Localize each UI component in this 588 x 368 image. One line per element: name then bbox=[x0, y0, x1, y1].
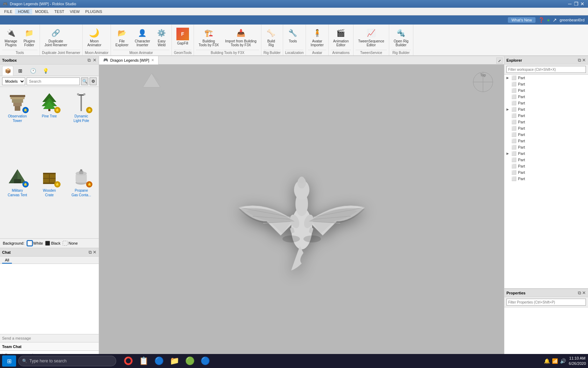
menu-test[interactable]: TEST bbox=[51, 9, 67, 14]
network-icon[interactable]: 📶 bbox=[552, 358, 558, 364]
open-rig-builder-button[interactable]: 🔩 Open RigBuilder bbox=[391, 26, 411, 49]
notification-icon[interactable]: 🔔 bbox=[544, 358, 550, 364]
build-rig-button[interactable]: 🦴 BuildRig bbox=[264, 26, 279, 49]
explorer-item-part-6[interactable]: ▶ ⬜ Part bbox=[504, 106, 588, 113]
item-light-pole[interactable]: ⭐ DynamicLight Pole bbox=[66, 89, 97, 162]
explorer-item-part-12[interactable]: ⬜ Part bbox=[504, 144, 588, 150]
taskbar-clock[interactable]: 11:10 AM 6/26/2020 bbox=[569, 356, 586, 367]
part-label: Part bbox=[518, 101, 525, 105]
file-explorer-button[interactable]: 📂 FileExplorer bbox=[113, 26, 131, 49]
plugins-folder-button[interactable]: 📁 PluginsFolder bbox=[21, 26, 37, 49]
explorer-item-part-2[interactable]: ⬜ Part bbox=[504, 81, 588, 87]
tab-recent[interactable]: 🕐 bbox=[27, 66, 38, 76]
taskbar-search[interactable]: 🔍 Type here to search bbox=[18, 356, 116, 366]
toolbox-expand-button[interactable]: ⧉ bbox=[88, 57, 91, 63]
minimize-button[interactable]: ─ bbox=[567, 1, 573, 7]
explorer-expand-button[interactable]: ⧉ bbox=[578, 57, 581, 63]
chat-expand-button[interactable]: ⧉ bbox=[89, 250, 92, 255]
bg-label: Background: bbox=[3, 241, 24, 245]
part-icon: ⬜ bbox=[511, 145, 517, 150]
models-dropdown[interactable]: Models bbox=[2, 77, 25, 85]
bg-white-option[interactable]: White bbox=[27, 241, 43, 246]
tween-editor-button[interactable]: 📈 TweenSequenceEditor bbox=[356, 26, 387, 49]
explorer-item-part-9[interactable]: ⬜ Part bbox=[504, 125, 588, 131]
explorer-item-part-10[interactable]: ⬜ Part bbox=[504, 131, 588, 138]
explorer-item-part-14[interactable]: ⬜ Part bbox=[504, 157, 588, 163]
menu-plugins[interactable]: PLUGINS bbox=[83, 9, 105, 14]
explorer-item-part-17[interactable]: ⬜ Part bbox=[504, 176, 588, 182]
import-building-button[interactable]: 📥 Import from BuildingTools by F3X bbox=[223, 26, 259, 49]
share-icon[interactable]: ↗ bbox=[553, 17, 557, 23]
explorer-item-part-8[interactable]: ⬜ Part bbox=[504, 119, 588, 125]
viewport-tab-close[interactable]: ✕ bbox=[151, 58, 154, 62]
tab-inventory[interactable]: 📦 bbox=[2, 66, 13, 76]
gapfill-button[interactable]: F GapFill bbox=[174, 26, 191, 47]
tab-favorites[interactable]: 💡 bbox=[40, 66, 51, 76]
ribbon-section-title-local: Localization bbox=[285, 50, 304, 55]
taskbar-app-roblox[interactable]: 🔵 bbox=[198, 354, 212, 368]
moon-animator-button[interactable]: 🌙 MoonAnimator bbox=[85, 26, 104, 49]
taskbar-app-taskview[interactable]: 📋 bbox=[136, 354, 150, 368]
chat-tab-all[interactable]: All bbox=[2, 257, 12, 264]
explorer-item-part-5[interactable]: ⬜ Part bbox=[504, 100, 588, 106]
part-icon: ⬜ bbox=[511, 157, 517, 162]
explorer-item-part-1[interactable]: ▶ ⬜ Part bbox=[504, 75, 588, 81]
time-display: 11:10 AM bbox=[569, 356, 586, 361]
volume-icon[interactable]: 🔊 bbox=[560, 358, 566, 364]
filter-button[interactable]: ⚙ bbox=[90, 77, 97, 85]
explorer-item-part-15[interactable]: ⬜ Part bbox=[504, 163, 588, 169]
tab-marketplace[interactable]: ⊞ bbox=[15, 66, 26, 76]
start-button[interactable]: ⊞ bbox=[2, 355, 16, 367]
toolbox-close-button[interactable]: ✕ bbox=[93, 57, 97, 63]
properties-filter-input[interactable] bbox=[506, 299, 586, 306]
whats-new-button[interactable]: What's New bbox=[508, 17, 535, 23]
explorer-close-button[interactable]: ✕ bbox=[582, 57, 586, 63]
animation-editor-button[interactable]: 🎬 AnimationEditor bbox=[331, 26, 351, 49]
menu-model[interactable]: MODEL bbox=[32, 9, 51, 14]
item-propane-gas[interactable]: ⭐ PropaneGas Conta... bbox=[66, 163, 97, 236]
viewport-tab-dragon[interactable]: 🎮 Dragon Legends [WIP] ✕ bbox=[99, 56, 159, 64]
collapse-viewport-button[interactable]: ⤢ bbox=[496, 57, 503, 64]
duplicate-joint-button[interactable]: 🔗 DuplicateJoint Renamer bbox=[42, 26, 70, 49]
item-observation-tower[interactable]: ⭐ ObservationTower bbox=[2, 89, 33, 162]
explorer-item-part-16[interactable]: ⬜ Part bbox=[504, 169, 588, 176]
file-explorer-icon: 📂 bbox=[117, 28, 127, 38]
explorer-filter-input[interactable] bbox=[506, 66, 586, 73]
manage-plugins-button[interactable]: 🔌 ManagePlugins bbox=[2, 26, 20, 49]
restore-button[interactable]: ❐ bbox=[573, 1, 579, 7]
explorer-item-part-4[interactable]: ⬜ Part bbox=[504, 94, 588, 100]
explorer-item-part-7[interactable]: ⬜ Part bbox=[504, 113, 588, 119]
item-canvas-tent[interactable]: ⭐ MilitaryCanvas Tent bbox=[2, 163, 33, 236]
title-bar-right[interactable]: ─ ❐ ✕ bbox=[567, 1, 585, 7]
bg-black-option[interactable]: Black bbox=[45, 241, 61, 246]
properties-close-button[interactable]: ✕ bbox=[582, 290, 586, 295]
character-inserter-button[interactable]: 👤 CharacterInserter bbox=[132, 26, 153, 49]
explorer-item-part-11[interactable]: ⬜ Part bbox=[504, 138, 588, 144]
easy-weld-button[interactable]: ⚙️ EasyWeld bbox=[154, 26, 169, 49]
explorer-item-part-13[interactable]: ▶ ⬜ Part bbox=[504, 150, 588, 157]
explorer-item-part-3[interactable]: ⬜ Part bbox=[504, 87, 588, 94]
taskbar-app-windows-explorer[interactable]: 📁 bbox=[167, 354, 181, 368]
taskbar-app-cortana[interactable]: ⭕ bbox=[121, 354, 135, 368]
menu-file[interactable]: FILE bbox=[1, 9, 15, 14]
item-wooden-crate[interactable]: ⭐ WoodenCrate bbox=[34, 163, 64, 236]
properties-expand-button[interactable]: ⧉ bbox=[578, 290, 581, 296]
svg-rect-9 bbox=[80, 95, 82, 111]
help-icon[interactable]: ❓ bbox=[538, 17, 544, 23]
search-input[interactable] bbox=[27, 77, 80, 85]
chat-input[interactable] bbox=[2, 336, 97, 340]
tools-button[interactable]: 🔧 Tools bbox=[285, 26, 301, 45]
building-tools-button[interactable]: 🏗️ BuildingTools by F3X bbox=[196, 26, 221, 49]
avatar-importer-button[interactable]: 🧍 AvatarImporter bbox=[308, 26, 326, 49]
taskbar-app-edge[interactable]: 🔵 bbox=[152, 354, 166, 368]
item-pine-tree[interactable]: ⭐ Pine Tree bbox=[34, 89, 64, 162]
menu-view[interactable]: VIEW bbox=[67, 9, 82, 14]
chat-close-button[interactable]: ✕ bbox=[93, 250, 97, 255]
menu-home[interactable]: HOME bbox=[15, 9, 32, 14]
viewport[interactable]: 🎮 Dragon Legends [WIP] ✕ ⤢ Top bbox=[99, 56, 504, 359]
bg-none-option[interactable]: None bbox=[63, 241, 78, 246]
search-button[interactable]: 🔍 bbox=[81, 77, 88, 85]
taskbar-app-spotify[interactable]: 🟢 bbox=[183, 354, 197, 368]
chevron-right-icon: ▶ bbox=[506, 108, 510, 111]
close-button[interactable]: ✕ bbox=[580, 1, 585, 7]
